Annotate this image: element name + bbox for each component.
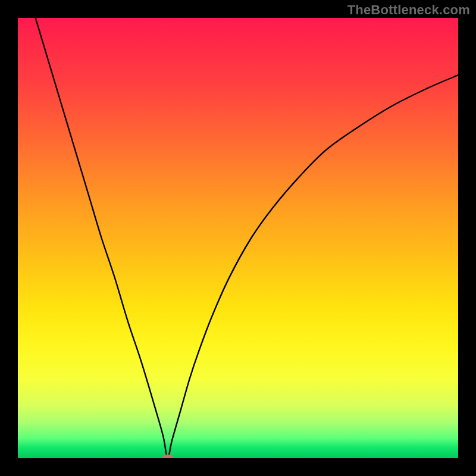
watermark-text: TheBottleneck.com [347,2,470,18]
curve-path [36,18,458,458]
minimum-marker [162,455,173,458]
plot-area [18,18,458,458]
chart-frame: TheBottleneck.com [0,0,476,476]
curve-svg [18,18,458,458]
